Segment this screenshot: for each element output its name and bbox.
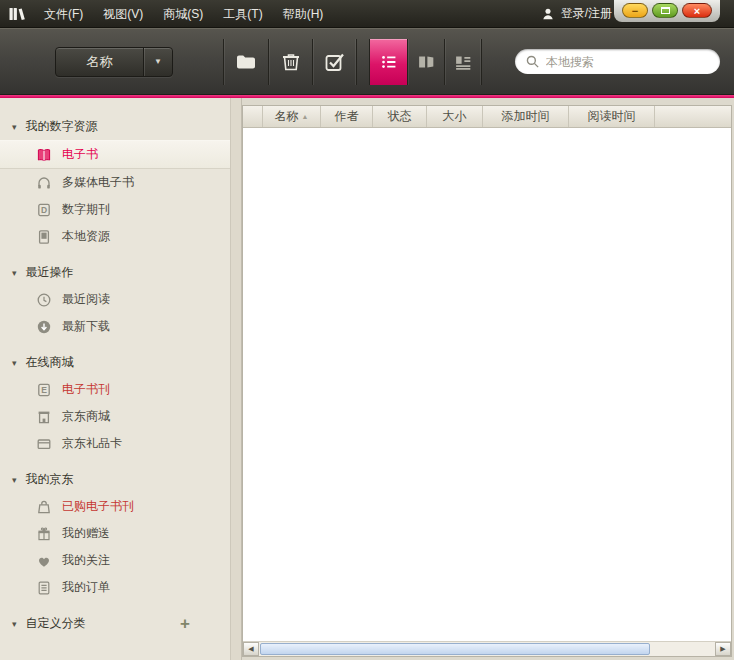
app-window: 文件(F) 视图(V) 商城(S) 工具(T) 帮助(H) 登录/注册 − × … [0,0,734,660]
column-label: 名称 [275,108,299,125]
column-label: 阅读时间 [588,108,636,125]
detail-view-icon [452,51,474,73]
view-detail-button[interactable] [444,39,481,85]
sidebar-item-recent-reading[interactable]: 最近阅读 [0,286,230,313]
sidebar-item-jd-gift-card[interactable]: 京东礼品卡 [0,430,230,457]
sidebar-item-label: 京东礼品卡 [62,435,122,452]
device-icon [36,229,52,245]
select-all-button[interactable] [312,39,356,85]
chevron-down-icon: ▼ [154,57,162,66]
sidebar-item-my-follows[interactable]: 我的关注 [0,547,230,574]
section-custom-categories: ▾ 自定义分类 + [0,610,230,637]
section-arrow-icon: ▾ [12,619,17,629]
gift-card-icon [36,436,52,452]
column-header-fill [655,106,731,127]
minimize-button[interactable]: − [622,3,648,18]
scrollbar-thumb[interactable] [260,643,650,655]
maximize-button[interactable] [652,3,678,18]
column-header-spacer [243,106,263,127]
search-icon [525,54,540,69]
sidebar-item-latest-downloads[interactable]: 最新下载 [0,313,230,340]
clock-icon [36,292,52,308]
column-label: 大小 [443,108,467,125]
login-button[interactable]: 登录/注册 [541,5,612,22]
sidebar-item-multimedia-ebooks[interactable]: 多媒体电子书 [0,169,230,196]
folder-icon [233,50,259,74]
section-header-online-store[interactable]: ▾ 在线商城 [0,349,230,376]
sort-asc-icon: ▲ [302,113,309,120]
login-label: 登录/注册 [561,5,612,22]
sidebar-item-ebooks[interactable]: 电子书 [0,140,230,169]
storefront-icon [36,409,52,425]
download-icon [36,319,52,335]
sidebar-item-label: 我的订单 [62,579,110,596]
delete-button[interactable] [268,39,312,85]
svg-text:D: D [41,205,47,215]
menu-view[interactable]: 视图(V) [93,0,153,28]
sidebar-item-digital-journals[interactable]: D 数字期刊 [0,196,230,223]
book-list-panel: 名称 ▲ 作者 状态 大小 添加时间 [242,105,732,657]
menu-help[interactable]: 帮助(H) [273,0,334,28]
column-header-read-time[interactable]: 阅读时间 [569,106,655,127]
heart-icon [36,553,52,569]
column-header-added-time[interactable]: 添加时间 [483,106,569,127]
sidebar-item-jd-mall[interactable]: 京东商城 [0,403,230,430]
sort-dropdown[interactable]: 名称 ▼ [55,47,173,77]
gift-icon [36,526,52,542]
menu-tools[interactable]: 工具(T) [213,0,272,28]
search-box [515,49,720,74]
maximize-icon [661,7,670,14]
column-header-author[interactable]: 作者 [321,106,373,127]
checkbox-check-icon [322,50,347,74]
section-header-my-digital-resources[interactable]: ▾ 我的数字资源 [0,113,230,140]
column-header-name[interactable]: 名称 ▲ [263,106,321,127]
sidebar-item-my-gifts[interactable]: 我的赠送 [0,520,230,547]
sidebar-item-local-resources[interactable]: 本地资源 [0,223,230,250]
section-title: 自定义分类 [26,615,86,632]
user-icon [541,7,555,21]
book-icon [36,147,52,163]
scroll-left-button[interactable]: ◀ [243,642,259,656]
sidebar-item-purchased-ebooks[interactable]: 已购电子书刊 [0,493,230,520]
sidebar-item-ebook-store[interactable]: E 电子书刊 [0,376,230,403]
search-input[interactable] [546,55,710,69]
horizontal-scrollbar[interactable]: ◀ ▶ [243,641,731,656]
column-label: 作者 [335,108,359,125]
view-cover-button[interactable] [407,39,444,85]
menu-store[interactable]: 商城(S) [153,0,213,28]
toolbar: 名称 ▼ [0,28,734,94]
title-bar: 文件(F) 视图(V) 商城(S) 工具(T) 帮助(H) 登录/注册 − × [0,0,734,28]
sort-dropdown-arrow-button[interactable]: ▼ [143,48,172,76]
content-area: 名称 ▲ 作者 状态 大小 添加时间 [242,98,734,660]
sidebar-scrollbar-track[interactable] [230,98,242,660]
section-arrow-icon: ▾ [12,122,17,132]
close-button[interactable]: × [682,3,712,18]
window-controls: − × [614,0,720,22]
section-title: 最近操作 [26,264,74,281]
sidebar-item-label: 我的关注 [62,552,110,569]
section-header-my-jd[interactable]: ▾ 我的京东 [0,466,230,493]
sidebar-item-label: 最新下载 [62,318,110,335]
sort-dropdown-label: 名称 [56,53,143,71]
book-list-empty-area [243,128,731,641]
sidebar-item-label: 京东商城 [62,408,110,425]
shopping-bag-icon [36,499,52,515]
scroll-right-button[interactable]: ▶ [715,642,731,656]
section-header-custom-categories[interactable]: ▾ 自定义分类 + [0,610,230,637]
section-arrow-icon: ▾ [12,268,17,278]
column-header-status[interactable]: 状态 [373,106,427,127]
svg-text:E: E [41,385,47,395]
menu-file[interactable]: 文件(F) [34,0,93,28]
section-title: 我的京东 [26,471,74,488]
trash-icon [279,50,303,74]
column-header-size[interactable]: 大小 [427,106,483,127]
view-list-button[interactable] [370,39,407,85]
import-folder-button[interactable] [224,39,268,85]
section-my-digital-resources: ▾ 我的数字资源 电子书 多媒体电子书 D 数字期刊 本地资源 [0,113,230,250]
section-header-recent-operations[interactable]: ▾ 最近操作 [0,259,230,286]
scroll-left-icon: ◀ [248,645,253,653]
column-label: 状态 [388,108,412,125]
sidebar-item-my-orders[interactable]: 我的订单 [0,574,230,601]
add-category-button[interactable]: + [180,617,190,631]
cover-view-icon [415,51,437,73]
